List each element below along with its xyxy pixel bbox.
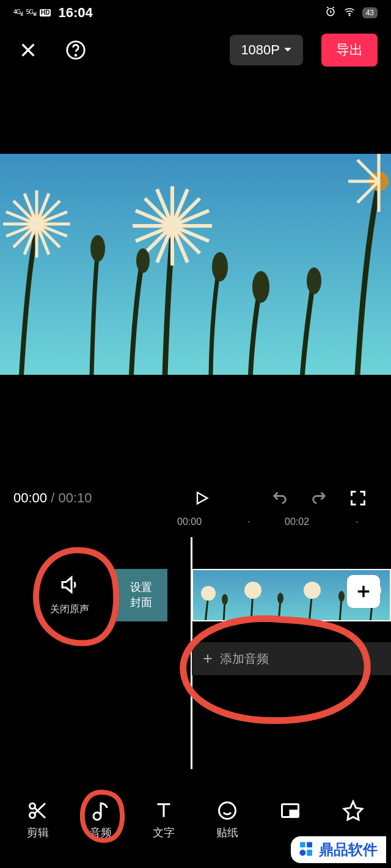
- plus-icon: [355, 583, 372, 600]
- svg-point-59: [93, 812, 101, 820]
- svg-point-47: [252, 271, 269, 303]
- svg-point-45: [136, 248, 150, 273]
- picture-in-picture-icon: [279, 800, 301, 822]
- ruler-dot: ·: [247, 516, 250, 527]
- ruler-dot: ·: [356, 516, 358, 527]
- redo-button[interactable]: [303, 482, 335, 514]
- logo-icon: [297, 841, 315, 859]
- svg-point-54: [222, 594, 228, 605]
- speaker-icon: [59, 574, 81, 596]
- sticker-icon: [216, 800, 238, 822]
- timeline[interactable]: 关闭原声 设置 封面 添加音频: [0, 537, 391, 769]
- time-display: 00:00 / 00:10: [13, 490, 92, 506]
- resolution-dropdown[interactable]: 1080P: [230, 35, 303, 65]
- status-bar: 4Gııl 5Gıııl HD 16:04 43: [0, 0, 391, 26]
- svg-line-40: [357, 160, 379, 181]
- svg-point-46: [212, 252, 228, 281]
- tool-pip[interactable]: [263, 800, 317, 825]
- svg-rect-63: [300, 842, 305, 848]
- alarm-icon: [324, 5, 337, 21]
- svg-point-50: [201, 586, 216, 601]
- add-clip-button[interactable]: [347, 575, 380, 608]
- svg-point-1: [349, 15, 350, 16]
- network-4g: 4Gııl: [13, 9, 23, 17]
- fullscreen-button[interactable]: [342, 482, 374, 514]
- wifi-icon: [343, 6, 356, 20]
- chevron-down-icon: [283, 47, 292, 53]
- svg-point-57: [29, 803, 35, 809]
- set-cover-button[interactable]: 设置 封面: [115, 569, 167, 621]
- video-preview[interactable]: [0, 154, 391, 375]
- music-note-icon: [90, 800, 112, 822]
- mute-original-sound-button[interactable]: 关闭原声: [45, 574, 94, 616]
- svg-rect-66: [307, 850, 312, 856]
- svg-rect-64: [307, 842, 312, 848]
- total-time: 00:10: [58, 490, 92, 505]
- svg-point-52: [304, 582, 321, 599]
- play-button[interactable]: [186, 482, 217, 514]
- tool-audio[interactable]: 音频: [74, 800, 128, 840]
- svg-point-60: [219, 803, 235, 819]
- close-button[interactable]: [13, 35, 43, 65]
- export-button[interactable]: 导出: [321, 34, 378, 67]
- playback-controls: 00:00 / 00:10: [0, 482, 391, 514]
- plus-icon: [202, 653, 214, 665]
- svg-rect-62: [290, 811, 297, 816]
- tool-effect[interactable]: [326, 800, 380, 825]
- svg-point-3: [75, 55, 76, 56]
- svg-point-44: [90, 235, 105, 262]
- text-icon: [153, 800, 175, 822]
- top-bar: 1080P 导出: [0, 26, 391, 74]
- scissors-icon: [27, 800, 49, 822]
- clock: 16:04: [58, 5, 92, 21]
- help-button[interactable]: [61, 35, 90, 65]
- undo-button[interactable]: [264, 482, 296, 514]
- timeline-ruler[interactable]: 00:00 · 00:02 ·: [0, 513, 391, 531]
- hd-indicator: HD: [40, 9, 51, 16]
- svg-point-51: [244, 582, 261, 599]
- ruler-tick: 00:00: [177, 516, 202, 527]
- svg-point-55: [277, 593, 283, 604]
- add-audio-label: 添加音频: [220, 651, 269, 667]
- add-audio-button[interactable]: 添加音频: [192, 642, 391, 675]
- watermark: 鼎品软件: [291, 836, 386, 863]
- current-time: 00:00: [13, 490, 47, 505]
- battery-indicator: 43: [362, 7, 378, 18]
- svg-point-56: [338, 591, 345, 602]
- svg-point-58: [29, 812, 35, 818]
- mute-label: 关闭原声: [45, 603, 94, 616]
- star-icon: [342, 800, 364, 822]
- tool-edit[interactable]: 剪辑: [11, 800, 65, 840]
- tool-sticker[interactable]: 贴纸: [200, 800, 254, 840]
- svg-point-48: [307, 267, 321, 294]
- svg-point-65: [299, 850, 305, 856]
- tool-text[interactable]: 文字: [137, 800, 191, 840]
- network-5g: 5Gıııl: [26, 9, 36, 17]
- ruler-tick: 00:02: [285, 516, 309, 527]
